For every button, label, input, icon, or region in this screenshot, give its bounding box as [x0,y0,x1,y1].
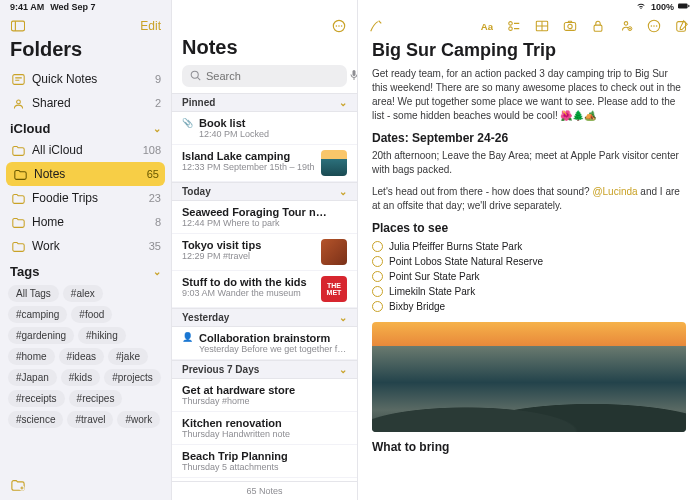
note-paragraph[interactable]: 20th afternoon; Leave the Bay Area; meet… [372,149,686,177]
note-image[interactable] [372,322,686,432]
more-icon[interactable] [331,18,347,34]
tag-pill[interactable]: #travel [67,411,113,428]
bring-heading[interactable]: What to bring [372,440,686,454]
tag-pill[interactable]: #science [8,411,63,428]
notes-group-header[interactable]: Yesterday⌄ [172,308,357,327]
checkbox-icon[interactable] [372,241,383,252]
folder-icon [10,238,26,254]
format-icon[interactable]: Aa [478,18,494,34]
checklist-label: Point Lobos State Natural Reserve [389,256,543,267]
tag-pill[interactable]: #gardening [8,327,74,344]
tag-pill[interactable]: #hiking [78,327,126,344]
tag-pill[interactable]: #alex [63,285,103,302]
note-item[interactable]: Tokyo visit tips12:29 PM #travel [172,234,357,271]
folder-item[interactable]: Notes65 [6,162,165,186]
ellipsis-icon[interactable] [646,18,662,34]
tag-pill[interactable]: #recipes [69,390,123,407]
icloud-section[interactable]: iCloud [10,121,50,136]
tag-pill[interactable]: #Japan [8,369,57,386]
checkbox-icon[interactable] [372,256,383,267]
checklist-item[interactable]: Bixby Bridge [372,299,686,314]
folder-item[interactable]: All iCloud108 [0,138,171,162]
new-folder-icon[interactable] [10,477,26,493]
checklist-item[interactable]: Julia Pfeiffer Burns State Park [372,239,686,254]
folder-item[interactable]: Foodie Trips23 [0,186,171,210]
chevron-down-icon: ⌄ [339,186,347,197]
notes-group-header[interactable]: Pinned⌄ [172,93,357,112]
checklist-item[interactable]: Limekiln State Park [372,284,686,299]
note-item[interactable]: Get at hardware storeThursday #home [172,379,357,412]
tag-pill[interactable]: #jake [108,348,148,365]
edit-button[interactable]: Edit [140,19,161,33]
svg-rect-4 [12,74,23,84]
dictate-icon[interactable] [349,69,358,83]
folder-label: Quick Notes [32,72,97,86]
chevron-down-icon[interactable]: ⌄ [153,123,161,134]
chevron-down-icon: ⌄ [339,364,347,375]
quick-notes-folder[interactable]: Quick Notes 9 [0,67,171,91]
note-item-title: Stuff to do with the kids [182,276,315,288]
folder-label: Shared [32,96,71,110]
search-input[interactable] [206,70,344,82]
svg-point-19 [568,24,572,28]
tags-section[interactable]: Tags [10,264,39,279]
svg-point-9 [338,25,340,27]
lock-icon[interactable] [590,18,606,34]
note-item[interactable]: Beach Trip PlanningThursday 5 attachment… [172,445,357,478]
places-heading[interactable]: Places to see [372,221,686,235]
note-item[interactable]: Stuff to do with the kids9:03 AM Wander … [172,271,357,308]
dates-heading[interactable]: Dates: September 24-26 [372,131,686,145]
shared-icon [10,95,26,111]
svg-rect-2 [11,21,24,31]
tag-pill[interactable]: #projects [104,369,161,386]
note-item[interactable]: Island Lake camping12:33 PM September 15… [172,145,357,182]
tag-pill[interactable]: #ideas [59,348,104,365]
checklist-item[interactable]: Point Lobos State Natural Reserve [372,254,686,269]
noteslist-title: Notes [172,36,357,65]
tag-pill[interactable]: #receipts [8,390,65,407]
tag-pill[interactable]: All Tags [8,285,59,302]
checkbox-icon[interactable] [372,301,383,312]
sidebar-toggle-icon[interactable] [10,18,26,34]
note-title[interactable]: Big Sur Camping Trip [372,40,686,61]
note-paragraph[interactable]: Get ready team, for an action packed 3 d… [372,67,686,123]
note-item-subtitle: 9:03 AM Wander the museum [182,288,315,298]
tag-pill[interactable]: #food [71,306,112,323]
checklist-label: Point Sur State Park [389,271,480,282]
checkbox-icon[interactable] [372,271,383,282]
svg-point-10 [341,25,343,27]
folder-item[interactable]: Work35 [0,234,171,258]
svg-point-8 [336,25,338,27]
checklist-item[interactable]: Point Sur State Park [372,269,686,284]
notes-count-footer: 65 Notes [172,481,357,500]
note-item[interactable]: Kitchen renovationThursday Handwritten n… [172,412,357,445]
tag-pill[interactable]: #kids [61,369,100,386]
shared-icon: 👤 [182,332,193,354]
tag-pill[interactable]: #home [8,348,55,365]
folder-count: 9 [155,73,161,85]
folder-count: 23 [149,192,161,204]
pin-icon: 📎 [182,118,193,139]
svg-line-12 [197,77,200,80]
folder-item[interactable]: Home8 [0,210,171,234]
share-icon[interactable] [618,18,634,34]
compose-icon[interactable] [674,18,690,34]
table-icon[interactable] [534,18,550,34]
handwriting-icon[interactable] [368,18,384,34]
mention-link[interactable]: @Lucinda [592,186,637,197]
note-item[interactable]: 📎Book list12:40 PM Locked [172,112,357,145]
note-paragraph[interactable]: Let's head out from there - how does tha… [372,185,686,213]
camera-icon[interactable] [562,18,578,34]
shared-folder[interactable]: Shared 2 [0,91,171,115]
notes-group-header[interactable]: Today⌄ [172,182,357,201]
note-item-title: Book list [199,117,347,129]
chevron-down-icon[interactable]: ⌄ [153,266,161,277]
note-item[interactable]: 👤Collaboration brainstormYesterday Befor… [172,327,357,360]
tag-pill[interactable]: #work [117,411,160,428]
checklist-icon[interactable] [506,18,522,34]
checkbox-icon[interactable] [372,286,383,297]
notes-group-header[interactable]: Previous 7 Days⌄ [172,360,357,379]
note-item[interactable]: Seaweed Foraging Tour n…12:44 PM Where t… [172,201,357,234]
tag-pill[interactable]: #camping [8,306,67,323]
search-field[interactable] [182,65,347,87]
